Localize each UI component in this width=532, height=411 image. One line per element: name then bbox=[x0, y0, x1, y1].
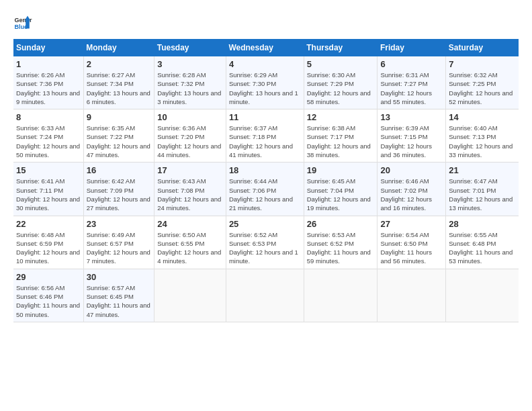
day-number: 1 bbox=[16, 59, 81, 69]
calendar-cell: 12 Sunrise: 6:38 AM Sunset: 7:17 PM Dayl… bbox=[304, 109, 378, 163]
day-number: 13 bbox=[380, 112, 443, 122]
calendar-cell: 14 Sunrise: 6:40 AM Sunset: 7:13 PM Dayl… bbox=[446, 109, 519, 163]
day-number: 27 bbox=[380, 219, 443, 229]
day-info: Sunrise: 6:39 AM Sunset: 7:15 PM Dayligh… bbox=[380, 124, 432, 158]
day-info: Sunrise: 6:57 AM Sunset: 6:45 PM Dayligh… bbox=[87, 284, 150, 318]
day-info: Sunrise: 6:31 AM Sunset: 7:27 PM Dayligh… bbox=[380, 71, 432, 105]
day-info: Sunrise: 6:43 AM Sunset: 7:08 PM Dayligh… bbox=[157, 177, 221, 212]
day-info: Sunrise: 6:29 AM Sunset: 7:30 PM Dayligh… bbox=[229, 71, 298, 105]
day-number: 5 bbox=[307, 59, 375, 69]
day-number: 28 bbox=[449, 219, 516, 229]
day-info: Sunrise: 6:28 AM Sunset: 7:32 PM Dayligh… bbox=[157, 71, 221, 105]
calendar-table: SundayMondayTuesdayWednesdayThursdayFrid… bbox=[13, 39, 519, 322]
day-info: Sunrise: 6:36 AM Sunset: 7:20 PM Dayligh… bbox=[157, 124, 221, 158]
calendar-cell bbox=[226, 269, 304, 322]
day-info: Sunrise: 6:40 AM Sunset: 7:13 PM Dayligh… bbox=[449, 124, 513, 158]
day-info: Sunrise: 6:47 AM Sunset: 7:01 PM Dayligh… bbox=[449, 177, 513, 212]
calendar-cell bbox=[378, 269, 446, 322]
calendar-cell bbox=[446, 269, 519, 322]
calendar-week-row: 29 Sunrise: 6:56 AM Sunset: 6:46 PM Dayl… bbox=[13, 269, 519, 322]
calendar-cell: 11 Sunrise: 6:37 AM Sunset: 7:18 PM Dayl… bbox=[226, 109, 304, 163]
day-number: 25 bbox=[229, 219, 301, 229]
day-header-saturday: Saturday bbox=[446, 39, 519, 56]
calendar-cell: 30 Sunrise: 6:57 AM Sunset: 6:45 PM Dayl… bbox=[83, 269, 154, 322]
day-info: Sunrise: 6:27 AM Sunset: 7:34 PM Dayligh… bbox=[87, 71, 150, 105]
calendar-cell: 29 Sunrise: 6:56 AM Sunset: 6:46 PM Dayl… bbox=[13, 269, 83, 322]
day-info: Sunrise: 6:52 AM Sunset: 6:53 PM Dayligh… bbox=[229, 231, 298, 265]
calendar-cell: 18 Sunrise: 6:44 AM Sunset: 7:06 PM Dayl… bbox=[226, 163, 304, 216]
day-number: 3 bbox=[157, 59, 223, 69]
day-number: 6 bbox=[380, 59, 443, 69]
day-info: Sunrise: 6:30 AM Sunset: 7:29 PM Dayligh… bbox=[307, 71, 371, 105]
day-info: Sunrise: 6:45 AM Sunset: 7:04 PM Dayligh… bbox=[307, 177, 371, 212]
calendar-cell: 21 Sunrise: 6:47 AM Sunset: 7:01 PM Dayl… bbox=[446, 163, 519, 216]
calendar-cell: 26 Sunrise: 6:53 AM Sunset: 6:52 PM Dayl… bbox=[304, 216, 378, 269]
calendar-cell: 27 Sunrise: 6:54 AM Sunset: 6:50 PM Dayl… bbox=[378, 216, 446, 269]
day-number: 22 bbox=[16, 219, 81, 229]
day-number: 2 bbox=[87, 59, 151, 69]
day-info: Sunrise: 6:46 AM Sunset: 7:02 PM Dayligh… bbox=[380, 177, 432, 212]
day-number: 10 bbox=[157, 112, 223, 122]
calendar-cell bbox=[154, 269, 226, 322]
day-number: 12 bbox=[307, 112, 375, 122]
calendar-cell: 16 Sunrise: 6:42 AM Sunset: 7:09 PM Dayl… bbox=[83, 163, 154, 216]
calendar-cell: 1 Sunrise: 6:26 AM Sunset: 7:36 PM Dayli… bbox=[13, 56, 83, 109]
calendar-cell: 10 Sunrise: 6:36 AM Sunset: 7:20 PM Dayl… bbox=[154, 109, 226, 163]
day-number: 15 bbox=[16, 165, 81, 175]
calendar-cell: 15 Sunrise: 6:41 AM Sunset: 7:11 PM Dayl… bbox=[13, 163, 83, 216]
day-header-friday: Friday bbox=[378, 39, 446, 56]
logo-icon: General Blue bbox=[13, 13, 32, 32]
day-number: 14 bbox=[449, 112, 516, 122]
day-info: Sunrise: 6:49 AM Sunset: 6:57 PM Dayligh… bbox=[87, 231, 150, 265]
calendar-cell: 6 Sunrise: 6:31 AM Sunset: 7:27 PM Dayli… bbox=[378, 56, 446, 109]
day-info: Sunrise: 6:41 AM Sunset: 7:11 PM Dayligh… bbox=[16, 177, 80, 212]
day-info: Sunrise: 6:56 AM Sunset: 6:46 PM Dayligh… bbox=[16, 284, 80, 318]
day-number: 18 bbox=[229, 165, 301, 175]
calendar-cell: 20 Sunrise: 6:46 AM Sunset: 7:02 PM Dayl… bbox=[378, 163, 446, 216]
calendar-cell bbox=[304, 269, 378, 322]
day-info: Sunrise: 6:32 AM Sunset: 7:25 PM Dayligh… bbox=[449, 71, 513, 105]
calendar-week-row: 22 Sunrise: 6:48 AM Sunset: 6:59 PM Dayl… bbox=[13, 216, 519, 269]
calendar-cell: 13 Sunrise: 6:39 AM Sunset: 7:15 PM Dayl… bbox=[378, 109, 446, 163]
day-header-monday: Monday bbox=[83, 39, 154, 56]
calendar-cell: 8 Sunrise: 6:33 AM Sunset: 7:24 PM Dayli… bbox=[13, 109, 83, 163]
day-header-tuesday: Tuesday bbox=[154, 39, 226, 56]
day-number: 8 bbox=[16, 112, 81, 122]
day-header-thursday: Thursday bbox=[304, 39, 378, 56]
day-number: 30 bbox=[87, 272, 151, 282]
day-number: 26 bbox=[307, 219, 375, 229]
calendar-cell: 5 Sunrise: 6:30 AM Sunset: 7:29 PM Dayli… bbox=[304, 56, 378, 109]
calendar-week-row: 8 Sunrise: 6:33 AM Sunset: 7:24 PM Dayli… bbox=[13, 109, 519, 163]
calendar-cell: 23 Sunrise: 6:49 AM Sunset: 6:57 PM Dayl… bbox=[83, 216, 154, 269]
day-info: Sunrise: 6:50 AM Sunset: 6:55 PM Dayligh… bbox=[157, 231, 221, 265]
day-info: Sunrise: 6:55 AM Sunset: 6:48 PM Dayligh… bbox=[449, 231, 513, 265]
calendar-cell: 24 Sunrise: 6:50 AM Sunset: 6:55 PM Dayl… bbox=[154, 216, 226, 269]
calendar-week-row: 15 Sunrise: 6:41 AM Sunset: 7:11 PM Dayl… bbox=[13, 163, 519, 216]
calendar-cell: 3 Sunrise: 6:28 AM Sunset: 7:32 PM Dayli… bbox=[154, 56, 226, 109]
day-number: 9 bbox=[87, 112, 151, 122]
day-info: Sunrise: 6:37 AM Sunset: 7:18 PM Dayligh… bbox=[229, 124, 293, 158]
day-header-sunday: Sunday bbox=[13, 39, 83, 56]
calendar-cell: 17 Sunrise: 6:43 AM Sunset: 7:08 PM Dayl… bbox=[154, 163, 226, 216]
day-number: 23 bbox=[87, 219, 151, 229]
calendar-header-row: SundayMondayTuesdayWednesdayThursdayFrid… bbox=[13, 39, 519, 56]
day-number: 24 bbox=[157, 219, 223, 229]
day-number: 4 bbox=[229, 59, 301, 69]
day-info: Sunrise: 6:44 AM Sunset: 7:06 PM Dayligh… bbox=[229, 177, 293, 212]
svg-text:Blue: Blue bbox=[14, 24, 28, 30]
calendar-cell: 28 Sunrise: 6:55 AM Sunset: 6:48 PM Dayl… bbox=[446, 216, 519, 269]
day-number: 16 bbox=[87, 165, 151, 175]
calendar-cell: 22 Sunrise: 6:48 AM Sunset: 6:59 PM Dayl… bbox=[13, 216, 83, 269]
calendar-week-row: 1 Sunrise: 6:26 AM Sunset: 7:36 PM Dayli… bbox=[13, 56, 519, 109]
day-info: Sunrise: 6:33 AM Sunset: 7:24 PM Dayligh… bbox=[16, 124, 80, 158]
day-info: Sunrise: 6:53 AM Sunset: 6:52 PM Dayligh… bbox=[307, 231, 371, 265]
day-info: Sunrise: 6:26 AM Sunset: 7:36 PM Dayligh… bbox=[16, 71, 80, 105]
day-info: Sunrise: 6:42 AM Sunset: 7:09 PM Dayligh… bbox=[87, 177, 150, 212]
day-header-wednesday: Wednesday bbox=[226, 39, 304, 56]
calendar-cell: 25 Sunrise: 6:52 AM Sunset: 6:53 PM Dayl… bbox=[226, 216, 304, 269]
day-number: 29 bbox=[16, 272, 81, 282]
calendar-cell: 9 Sunrise: 6:35 AM Sunset: 7:22 PM Dayli… bbox=[83, 109, 154, 163]
calendar-cell: 2 Sunrise: 6:27 AM Sunset: 7:34 PM Dayli… bbox=[83, 56, 154, 109]
day-number: 20 bbox=[380, 165, 443, 175]
day-info: Sunrise: 6:54 AM Sunset: 6:50 PM Dayligh… bbox=[380, 231, 432, 265]
